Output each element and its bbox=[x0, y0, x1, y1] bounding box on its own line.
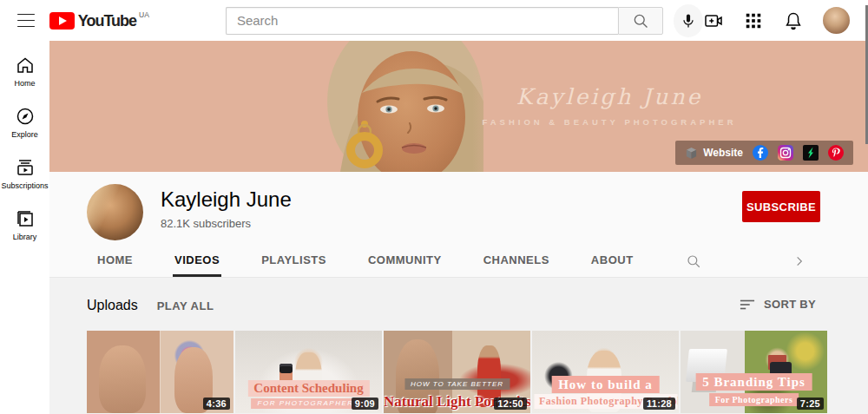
topbar-actions bbox=[703, 7, 850, 34]
video-thumbnail-2[interactable]: Content Scheduling FOR PHOTOGRAPHERS 9:0… bbox=[235, 331, 382, 413]
facebook-icon[interactable] bbox=[753, 145, 768, 161]
tabs-scroll-right-chevron[interactable] bbox=[793, 246, 806, 277]
country-badge: UA bbox=[139, 10, 149, 19]
subscriber-count: 82.1K subscribers bbox=[161, 217, 292, 230]
pinterest-icon[interactable] bbox=[828, 145, 844, 161]
video-thumbnail-4[interactable]: How to build a Fashion Photography Portf… bbox=[532, 331, 679, 413]
sort-by-label: SORT BY bbox=[764, 298, 816, 311]
banner-channel-name: Kayleigh June bbox=[466, 84, 753, 109]
video-thumbnail-5[interactable]: 5 Branding Tips For Photographers 7:25 bbox=[681, 331, 827, 413]
create-video-icon[interactable] bbox=[703, 10, 724, 31]
sort-icon bbox=[740, 299, 755, 311]
sidebar-item-label: Home bbox=[14, 79, 35, 88]
website-link-label: Website bbox=[703, 147, 743, 159]
youtube-play-icon bbox=[49, 12, 75, 30]
sort-by-button[interactable]: SORT BY bbox=[740, 298, 816, 311]
sidebar-item-explore[interactable]: Explore bbox=[0, 106, 49, 139]
apps-grid-icon[interactable] bbox=[743, 10, 764, 31]
play-all-button[interactable]: PLAY ALL bbox=[157, 299, 214, 312]
youtube-logo[interactable]: YouTube UA bbox=[49, 12, 149, 30]
search-bar bbox=[226, 7, 663, 35]
uploads-section: Uploads PLAY ALL SORT BY 4:36 Content Sc… bbox=[49, 278, 868, 414]
tab-channels[interactable]: CHANNELS bbox=[482, 246, 551, 277]
channel-header: Kayleigh June 82.1K subscribers SUBSCRIB… bbox=[49, 172, 868, 246]
tab-community[interactable]: COMMUNITY bbox=[366, 246, 444, 277]
sidebar-item-label: Subscriptions bbox=[1, 181, 48, 190]
thumbnail-kicker-text: HOW TO TAKE BETTER bbox=[404, 378, 510, 390]
tab-playlists[interactable]: PLAYLISTS bbox=[260, 246, 328, 277]
channel-tabs: HOME VIDEOS PLAYLISTS COMMUNITY CHANNELS… bbox=[49, 246, 868, 278]
sidebar-item-home[interactable]: Home bbox=[0, 55, 49, 88]
search-icon bbox=[632, 12, 649, 30]
website-link[interactable]: Website bbox=[685, 147, 743, 160]
uploads-title: Uploads bbox=[87, 298, 138, 313]
thumbnail-subtitle-text: FOR PHOTOGRAPHERS bbox=[251, 398, 367, 409]
channel-avatar[interactable] bbox=[87, 184, 143, 240]
sidebar-mini-guide: Home Explore Subscriptions Library bbox=[0, 41, 49, 414]
banner-branding: Kayleigh June FASHION & BEAUTY PHOTOGRAP… bbox=[466, 84, 753, 127]
home-icon bbox=[15, 55, 36, 76]
tab-videos[interactable]: VIDEOS bbox=[173, 246, 221, 277]
video-thumbnails-row: 4:36 Content Scheduling FOR PHOTOGRAPHER… bbox=[87, 331, 868, 413]
hamburger-menu-icon[interactable] bbox=[17, 14, 35, 28]
video-thumbnail-1[interactable]: 4:36 bbox=[87, 331, 233, 413]
explore-compass-icon bbox=[15, 106, 36, 127]
subscriptions-icon bbox=[15, 157, 36, 178]
banner-links-overlay: Website bbox=[675, 141, 853, 165]
video-duration: 4:36 bbox=[203, 398, 230, 410]
thumbnail-title-text: Content Scheduling bbox=[247, 380, 369, 397]
channel-banner: Kayleigh June FASHION & BEAUTY PHOTOGRAP… bbox=[49, 41, 868, 172]
microphone-icon bbox=[680, 12, 697, 30]
sidebar-item-label: Explore bbox=[11, 130, 38, 139]
top-navigation-bar: YouTube UA bbox=[0, 0, 868, 41]
search-button[interactable] bbox=[618, 7, 663, 35]
video-duration: 12:50 bbox=[494, 398, 527, 410]
main-content: Kayleigh June FASHION & BEAUTY PHOTOGRAP… bbox=[49, 41, 868, 414]
subscribe-button[interactable]: SUBSCRIBE bbox=[742, 191, 820, 222]
youtube-channel-page: YouTube UA Home bbox=[0, 0, 868, 414]
sidebar-item-label: Library bbox=[13, 233, 37, 241]
youtube-logo-text: YouTube bbox=[78, 12, 136, 30]
thumbnail-subtitle-text: For Photographers bbox=[709, 393, 799, 406]
instagram-icon[interactable] bbox=[778, 145, 793, 161]
sidebar-item-subscriptions[interactable]: Subscriptions bbox=[0, 157, 49, 190]
channel-meta: Kayleigh June 82.1K subscribers bbox=[161, 187, 292, 230]
channel-name: Kayleigh June bbox=[161, 187, 292, 212]
library-icon bbox=[15, 208, 36, 229]
video-thumbnail-3[interactable]: HOW TO TAKE BETTER Natural Light Portrai… bbox=[384, 331, 530, 413]
account-avatar[interactable] bbox=[823, 7, 850, 34]
channel-search-icon[interactable] bbox=[686, 246, 701, 277]
fstoppers-icon[interactable] bbox=[803, 145, 819, 161]
notifications-bell-icon[interactable] bbox=[783, 10, 804, 31]
sidebar-item-library[interactable]: Library bbox=[0, 208, 49, 241]
website-icon bbox=[685, 147, 698, 160]
thumbnail-title-text: 5 Branding Tips bbox=[695, 373, 812, 391]
tab-home[interactable]: HOME bbox=[95, 246, 135, 277]
video-duration: 7:25 bbox=[797, 398, 824, 410]
search-input[interactable] bbox=[226, 7, 618, 35]
video-duration: 11:28 bbox=[643, 398, 675, 410]
video-duration: 9:09 bbox=[352, 398, 378, 410]
banner-tagline: FASHION & BEAUTY PHOTOGRAPHER bbox=[466, 117, 753, 127]
tab-about[interactable]: ABOUT bbox=[589, 246, 635, 277]
voice-search-button[interactable] bbox=[674, 4, 703, 37]
thumbnail-title-text: How to build a bbox=[551, 376, 660, 393]
